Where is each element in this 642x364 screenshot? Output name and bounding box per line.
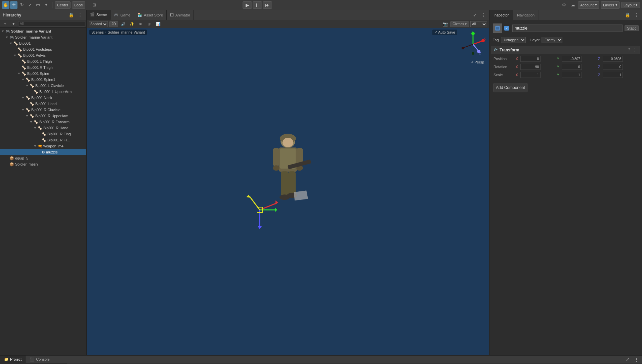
- inspector-menu[interactable]: ⋮: [633, 11, 640, 19]
- hierarchy-item-pelvis[interactable]: ▼ 🦴 Bip001 Pelvis: [0, 52, 86, 58]
- all-select[interactable]: All: [470, 21, 487, 27]
- tab-scene[interactable]: 🎬 Scene: [87, 10, 111, 20]
- add-component-btn[interactable]: Add Component: [494, 83, 527, 92]
- pivot-center-btn[interactable]: Center: [55, 1, 71, 9]
- breadcrumb-scene-name[interactable]: Soldier_marine Variant: [108, 30, 145, 34]
- gizmos-btn[interactable]: Gizmos ▾: [450, 21, 469, 27]
- pause-btn[interactable]: ⏸: [253, 1, 262, 9]
- hierarchy-item-spine1[interactable]: ▼ 🦴 Bip001 Spine1: [0, 77, 86, 83]
- play-btn[interactable]: ▶: [243, 1, 252, 9]
- scene-maximize[interactable]: ⤢: [471, 11, 478, 19]
- hierarchy-item-soldmesh[interactable]: 📦 Soldier_mesh: [0, 161, 86, 167]
- account-chevron: ▾: [595, 3, 597, 7]
- scene-menu[interactable]: ⋮: [480, 11, 487, 19]
- gizmo-widget[interactable]: Y X Z: [460, 31, 486, 58]
- transform-section-header[interactable]: ⟳ Transform ? ⋮: [491, 46, 640, 54]
- obj-enabled-check[interactable]: ✓: [504, 26, 509, 31]
- navigation-tab-label: Navigation: [517, 13, 534, 17]
- step-btn[interactable]: ⏭: [263, 1, 272, 9]
- layer-label: Layer: [530, 38, 540, 42]
- hierarchy-item-rfing1[interactable]: 🦴 Bip001 R Fing...: [0, 131, 86, 137]
- tab-inspector[interactable]: Inspector: [489, 10, 513, 20]
- scene-effects[interactable]: ✨: [128, 20, 136, 28]
- transform-options[interactable]: ⋮: [632, 48, 638, 52]
- tab-console[interactable]: ⬛ Console: [26, 356, 54, 363]
- svg-point-7: [472, 52, 474, 55]
- snap-btn[interactable]: ⊞: [90, 1, 98, 9]
- tool-scale[interactable]: ⤢: [26, 1, 34, 9]
- layout-dropdown[interactable]: Layout ▾: [621, 2, 640, 8]
- rot-z-input[interactable]: [603, 64, 623, 70]
- inspector-tab-label: Inspector: [494, 13, 509, 17]
- inspector-lock[interactable]: 🔒: [624, 11, 631, 19]
- hierarchy-item-lclavicle[interactable]: ▼ 🦴 Bip001 L Clavicle: [0, 83, 86, 89]
- settings-btn[interactable]: ⚙: [560, 1, 568, 9]
- scene-stats[interactable]: 📊: [155, 20, 162, 28]
- hierarchy-search[interactable]: [18, 21, 85, 27]
- tool-move[interactable]: ✛: [10, 1, 17, 9]
- hierarchy-item-head[interactable]: 🦴 Bip001 Head: [0, 101, 86, 107]
- pivot-local-btn[interactable]: Local: [72, 1, 85, 9]
- scene-hidden[interactable]: 👁: [137, 20, 144, 28]
- bottom-maximize[interactable]: ⤢: [624, 356, 631, 363]
- tool-rect[interactable]: ▭: [34, 1, 42, 9]
- cloud-btn[interactable]: ☁: [569, 1, 576, 9]
- tab-project[interactable]: 📁 Project: [0, 356, 26, 363]
- hierarchy-item-lupperarm[interactable]: 🦴 Bip001 L UpperArm: [0, 89, 86, 95]
- tool-rotate[interactable]: ↻: [18, 1, 26, 9]
- tab-game[interactable]: 🎮 Game: [111, 10, 134, 20]
- hierarchy-arrow-down[interactable]: ▾: [10, 20, 17, 28]
- tool-multi[interactable]: ✦: [42, 1, 50, 9]
- rot-x-input[interactable]: [520, 64, 541, 70]
- hierarchy-item-equip5[interactable]: 📦 equip_5: [0, 155, 86, 161]
- obj-name-input[interactable]: [512, 25, 623, 32]
- hierarchy-item-lthigh[interactable]: 🦴 Bip001 L Thigh: [0, 58, 86, 64]
- tab-navigation[interactable]: Navigation: [513, 10, 539, 20]
- project-tab-icon: 📁: [4, 357, 9, 362]
- gizmo-svg: Y X Z: [460, 31, 486, 58]
- 2d-btn[interactable]: 2D: [109, 21, 118, 27]
- hierarchy-item-rforearm[interactable]: ▼ 🦴 Bip001 R Forearm: [0, 119, 86, 125]
- pos-z-input[interactable]: [603, 56, 623, 62]
- account-dropdown[interactable]: Account ▾: [578, 1, 599, 9]
- hierarchy-item-1[interactable]: ▼ 🎮 Soldier_marine Variant: [0, 34, 86, 40]
- hierarchy-item-spine[interactable]: ▼ 🦴 Bip001 Spine: [0, 71, 86, 77]
- scene-camera[interactable]: 📷: [441, 20, 449, 28]
- hierarchy-item-rupperarm[interactable]: ▼ 🦴 Bip001 R UpperArm: [0, 113, 86, 119]
- rotation-row: Rotation X Y Z: [491, 63, 640, 71]
- breadcrumb-scenes[interactable]: Scenes: [91, 30, 104, 34]
- scale-y-input[interactable]: [562, 72, 582, 78]
- layers-dropdown[interactable]: Layers ▾: [601, 1, 620, 9]
- hierarchy-header: Hierarchy 🔒 ⋮: [0, 10, 86, 20]
- tag-select[interactable]: Untagged: [501, 37, 526, 43]
- hierarchy-item-2[interactable]: ▼ 🦴 Bip001: [0, 40, 86, 46]
- hierarchy-add[interactable]: +: [1, 20, 9, 28]
- pos-x-input[interactable]: [520, 56, 541, 62]
- static-badge[interactable]: Static: [625, 25, 639, 31]
- bottom-menu[interactable]: ⋮: [633, 356, 640, 363]
- scale-x-input[interactable]: [520, 72, 541, 78]
- tab-animator[interactable]: 🎞 Animator: [167, 10, 194, 20]
- shading-select[interactable]: Shaded: [89, 21, 108, 27]
- scene-audio[interactable]: 🔊: [120, 20, 127, 28]
- layer-select[interactable]: Enemy: [542, 37, 562, 43]
- hierarchy-item-footsteps[interactable]: 🦴 Bip001 Footsteps: [0, 46, 86, 52]
- hierarchy-lock[interactable]: 🔒: [68, 11, 75, 19]
- hierarchy-item-rthigh[interactable]: 🦴 Bip001 R Thigh: [0, 64, 86, 71]
- scale-z-input[interactable]: [603, 72, 623, 78]
- pos-y-input[interactable]: [562, 56, 582, 62]
- scene-grid[interactable]: #: [146, 20, 153, 28]
- hierarchy-item-rhand[interactable]: ▼ 🦴 Bip001 R Hand: [0, 125, 86, 131]
- transform-help[interactable]: ?: [627, 48, 631, 52]
- hierarchy-item-muzzle[interactable]: ⚙ muzzle: [0, 149, 86, 155]
- hierarchy-item-weaponm4[interactable]: ▼ 🔫 weapon_m4: [0, 143, 86, 149]
- hierarchy-item-rfing2[interactable]: 🦴 Bip001 R Fi...: [0, 137, 86, 143]
- rot-y-input[interactable]: [562, 64, 582, 70]
- hierarchy-menu[interactable]: ⋮: [76, 11, 84, 19]
- hierarchy-item-0[interactable]: ▼ 🎮 Soldier_marine Variant: [0, 28, 86, 34]
- tab-asset-store[interactable]: 🏪 Asset Store: [134, 10, 167, 20]
- autosave-btn[interactable]: ✓ Auto Save: [432, 30, 457, 35]
- hierarchy-item-neck[interactable]: ▼ 🦴 Bip001 Neck: [0, 95, 86, 101]
- hierarchy-item-rclavicle[interactable]: ▼ 🦴 Bip001 R Clavicle: [0, 107, 86, 113]
- tool-hand[interactable]: ✋: [2, 1, 9, 9]
